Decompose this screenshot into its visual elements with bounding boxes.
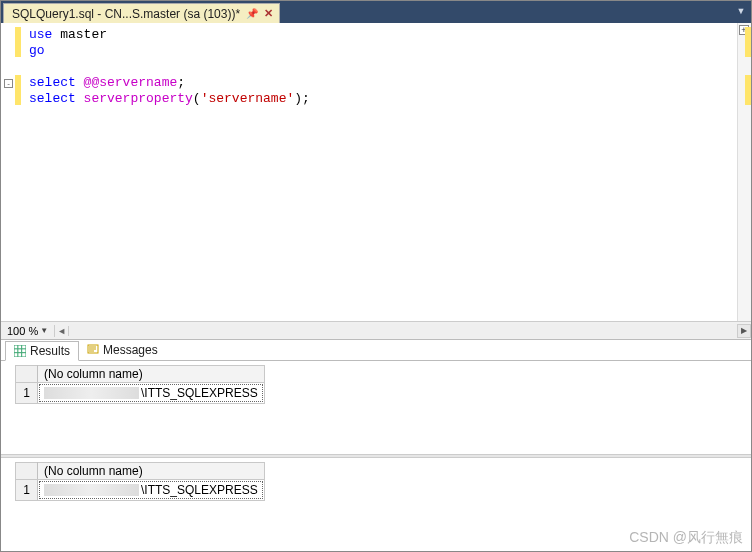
editor-pane: - use master go select @@servername; sel… bbox=[1, 23, 751, 339]
change-marker bbox=[745, 27, 751, 57]
zoom-value: 100 % bbox=[7, 325, 38, 337]
outline-collapse-icon[interactable]: - bbox=[4, 79, 13, 88]
column-header[interactable]: (No column name) bbox=[38, 366, 265, 383]
scroll-right-icon[interactable]: ▶ bbox=[737, 324, 751, 338]
table-row[interactable]: 1 \ITTS_SQLEXPRESS bbox=[16, 480, 265, 501]
result-grid[interactable]: (No column name) 1 \ITTS_SQLEXPRESS bbox=[15, 365, 265, 404]
redacted-text bbox=[44, 484, 139, 496]
document-tab-title: SQLQuery1.sql - CN...S.master (sa (103))… bbox=[12, 7, 240, 21]
change-marker bbox=[15, 75, 21, 105]
cell-value: \ITTS_SQLEXPRESS bbox=[141, 483, 258, 497]
document-tab-bar: SQLQuery1.sql - CN...S.master (sa (103))… bbox=[1, 1, 751, 23]
results-tab-label: Results bbox=[30, 344, 70, 358]
code-keyword: go bbox=[29, 43, 45, 58]
result-set-1: (No column name) 1 \ITTS_SQLEXPRESS bbox=[1, 361, 751, 454]
code-sysvar: @@servername bbox=[76, 75, 177, 90]
change-marker bbox=[15, 27, 21, 57]
row-number[interactable]: 1 bbox=[16, 480, 38, 501]
horizontal-scrollbar[interactable]: ▶ bbox=[69, 324, 751, 338]
results-pane: (No column name) 1 \ITTS_SQLEXPRESS (No … bbox=[1, 361, 751, 551]
tab-dropdown-icon[interactable]: ▼ bbox=[735, 5, 747, 17]
code-text: ( bbox=[193, 91, 201, 106]
results-tab[interactable]: Results bbox=[5, 341, 79, 361]
grid-cell[interactable]: \ITTS_SQLEXPRESS bbox=[38, 383, 265, 404]
code-text: master bbox=[52, 27, 107, 42]
code-keyword: select bbox=[29, 75, 76, 90]
code-area[interactable]: use master go select @@servername; selec… bbox=[23, 23, 737, 321]
change-marker bbox=[745, 75, 751, 105]
results-tabstrip: Results Messages bbox=[1, 339, 751, 361]
grid-corner[interactable] bbox=[16, 463, 38, 480]
result-grid[interactable]: (No column name) 1 \ITTS_SQLEXPRESS bbox=[15, 462, 265, 501]
cell-value: \ITTS_SQLEXPRESS bbox=[141, 386, 258, 400]
code-keyword: use bbox=[29, 27, 52, 42]
messages-tab[interactable]: Messages bbox=[79, 341, 166, 359]
sql-editor[interactable]: - use master go select @@servername; sel… bbox=[1, 23, 751, 321]
close-icon[interactable]: ✕ bbox=[264, 7, 273, 20]
scrollbar-track[interactable] bbox=[69, 324, 737, 338]
result-set-2: (No column name) 1 \ITTS_SQLEXPRESS bbox=[1, 458, 751, 551]
table-row[interactable]: 1 \ITTS_SQLEXPRESS bbox=[16, 383, 265, 404]
redacted-text bbox=[44, 387, 139, 399]
code-function: serverproperty bbox=[76, 91, 193, 106]
document-tab[interactable]: SQLQuery1.sql - CN...S.master (sa (103))… bbox=[3, 3, 280, 23]
code-string: 'servername' bbox=[201, 91, 295, 106]
code-text: ; bbox=[177, 75, 185, 90]
editor-gutter: - bbox=[1, 23, 23, 321]
editor-overview-ruler: + bbox=[737, 23, 751, 321]
editor-status-row: 100 % ▼ ◄ ▶ bbox=[1, 321, 751, 339]
messages-tab-label: Messages bbox=[103, 343, 158, 357]
grid-icon bbox=[14, 345, 26, 357]
row-number[interactable]: 1 bbox=[16, 383, 38, 404]
messages-icon bbox=[87, 344, 99, 356]
grid-cell[interactable]: \ITTS_SQLEXPRESS bbox=[38, 480, 265, 501]
zoom-selector[interactable]: 100 % ▼ bbox=[1, 325, 55, 337]
column-header[interactable]: (No column name) bbox=[38, 463, 265, 480]
chevron-down-icon: ▼ bbox=[40, 326, 48, 335]
grid-corner[interactable] bbox=[16, 366, 38, 383]
nav-left-icon[interactable]: ◄ bbox=[55, 326, 69, 336]
pin-icon[interactable]: 📌 bbox=[246, 8, 258, 19]
svg-rect-0 bbox=[14, 345, 26, 357]
code-text: ); bbox=[294, 91, 310, 106]
code-keyword: select bbox=[29, 91, 76, 106]
